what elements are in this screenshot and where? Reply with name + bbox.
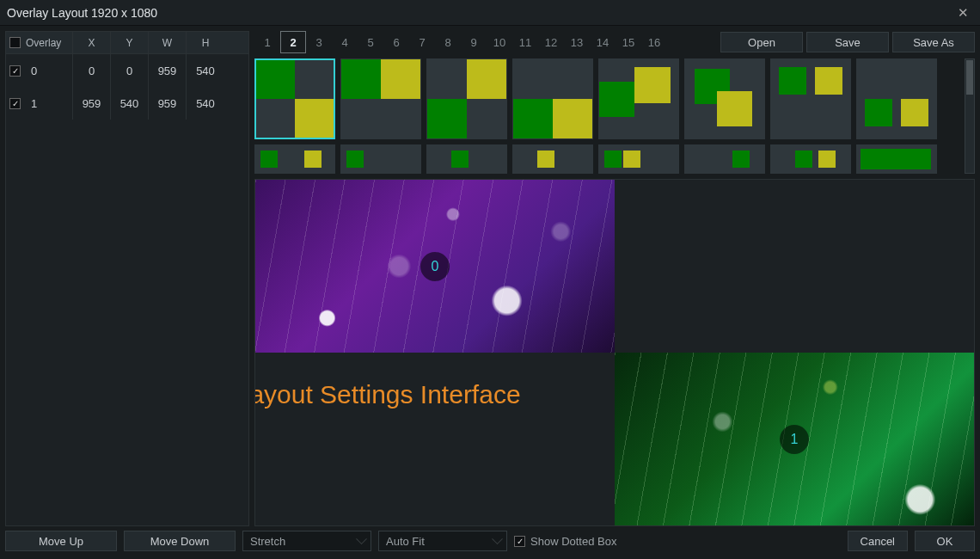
- tab-15[interactable]: 15: [616, 31, 641, 53]
- region-badge: 0: [420, 252, 450, 281]
- move-up-button[interactable]: Move Up: [5, 531, 117, 551]
- row-id: 1: [31, 97, 37, 110]
- tab-7[interactable]: 7: [409, 31, 435, 53]
- preview-region[interactable]: 0: [255, 180, 615, 353]
- thumbs-scrollbar[interactable]: [965, 58, 975, 174]
- layout-thumb[interactable]: [770, 58, 851, 139]
- layout-thumb[interactable]: [770, 144, 851, 174]
- overlay-table: Overlay X Y W H ✓000959540✓1959540959540: [5, 31, 249, 526]
- show-dotted-checkbox[interactable]: ✓: [514, 536, 525, 547]
- layout-thumb[interactable]: [856, 144, 937, 174]
- row-id: 0: [31, 64, 37, 77]
- overlay-header-checkbox[interactable]: [9, 37, 21, 48]
- tab-5[interactable]: 5: [358, 31, 383, 53]
- layout-thumb[interactable]: [340, 144, 421, 174]
- layout-thumb[interactable]: [856, 58, 937, 139]
- fit-mode-select[interactable]: Auto Fit: [378, 531, 507, 551]
- layout-thumb[interactable]: [598, 58, 679, 139]
- tab-12[interactable]: 12: [538, 31, 564, 53]
- row-x: 959: [73, 87, 111, 120]
- tab-8[interactable]: 8: [435, 31, 461, 53]
- row-y: 540: [111, 87, 149, 120]
- show-dotted-label: Show Dotted Box: [530, 535, 616, 548]
- window-title: Overlay Layout 1920 x 1080: [7, 6, 952, 20]
- open-button[interactable]: Open: [720, 32, 803, 52]
- ok-button[interactable]: OK: [915, 531, 975, 551]
- row-h: 540: [187, 87, 224, 120]
- row-checkbox[interactable]: ✓: [9, 98, 21, 109]
- row-w: 959: [149, 54, 187, 87]
- row-h: 540: [187, 54, 224, 87]
- layout-thumb[interactable]: [684, 58, 765, 139]
- col-x-header[interactable]: X: [73, 32, 111, 53]
- cancel-button[interactable]: Cancel: [848, 531, 908, 551]
- tab-16[interactable]: 16: [641, 31, 667, 53]
- overlay-header-label: Overlay: [26, 37, 61, 49]
- close-icon[interactable]: ✕: [952, 5, 973, 21]
- col-w-header[interactable]: W: [149, 32, 187, 53]
- layout-thumb[interactable]: [684, 144, 765, 174]
- layout-tabs: 12345678910111213141516: [254, 31, 717, 53]
- move-down-button[interactable]: Move Down: [124, 531, 236, 551]
- save-button[interactable]: Save: [806, 32, 889, 52]
- tab-3[interactable]: 3: [306, 31, 332, 53]
- tab-10[interactable]: 10: [487, 31, 512, 53]
- tab-4[interactable]: 4: [332, 31, 358, 53]
- table-row[interactable]: ✓000959540: [6, 54, 248, 87]
- row-checkbox[interactable]: ✓: [9, 65, 21, 77]
- tab-13[interactable]: 13: [564, 31, 590, 53]
- region-badge: 1: [780, 425, 809, 454]
- table-row[interactable]: ✓1959540959540: [6, 87, 248, 120]
- layout-thumb[interactable]: [340, 58, 421, 139]
- tab-6[interactable]: 6: [383, 31, 409, 53]
- tab-2[interactable]: 2: [280, 31, 306, 53]
- save-as-button[interactable]: Save As: [892, 32, 975, 52]
- tab-1[interactable]: 1: [254, 31, 280, 53]
- preview-area[interactable]: 01 Overlay Layout Settings Interface: [254, 179, 975, 526]
- scale-mode-select[interactable]: Stretch: [242, 531, 371, 551]
- overlay-table-header: Overlay X Y W H: [6, 32, 248, 54]
- layout-thumb[interactable]: [254, 58, 335, 139]
- tab-9[interactable]: 9: [461, 31, 487, 53]
- layout-thumb[interactable]: [426, 144, 507, 174]
- titlebar: Overlay Layout 1920 x 1080 ✕: [0, 0, 980, 26]
- tab-11[interactable]: 11: [512, 31, 538, 53]
- row-x: 0: [73, 54, 111, 87]
- row-w: 959: [149, 87, 187, 120]
- col-h-header[interactable]: H: [187, 32, 224, 53]
- row-y: 0: [111, 54, 149, 87]
- col-y-header[interactable]: Y: [111, 32, 149, 53]
- layout-thumb[interactable]: [254, 144, 335, 174]
- tab-14[interactable]: 14: [590, 31, 616, 53]
- preview-region[interactable]: 1: [615, 353, 974, 525]
- layout-thumb[interactable]: [512, 144, 593, 174]
- layout-thumb[interactable]: [512, 58, 593, 139]
- layout-thumb[interactable]: [426, 58, 507, 139]
- layout-thumb[interactable]: [598, 144, 679, 174]
